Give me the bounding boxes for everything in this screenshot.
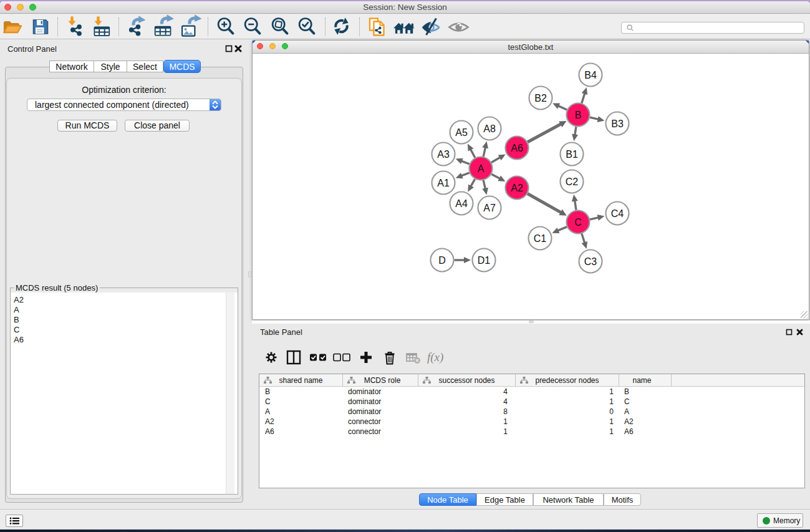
svg-text:B2: B2 <box>534 93 547 104</box>
svg-text:A8: A8 <box>483 123 496 134</box>
svg-text:A7: A7 <box>483 203 496 213</box>
svg-text:D: D <box>438 255 446 266</box>
svg-text:D1: D1 <box>478 255 491 266</box>
svg-text:A5: A5 <box>455 127 468 138</box>
svg-text:A: A <box>478 163 485 174</box>
svg-text:B: B <box>575 110 582 120</box>
svg-text:C3: C3 <box>584 256 597 267</box>
svg-text:A6: A6 <box>511 143 523 153</box>
svg-text:A3: A3 <box>437 149 450 160</box>
svg-text:C2: C2 <box>566 177 579 187</box>
svg-text:A2: A2 <box>511 183 523 193</box>
svg-text:C: C <box>574 217 582 228</box>
svg-text:A4: A4 <box>455 198 468 209</box>
svg-text:B1: B1 <box>566 149 578 160</box>
svg-text:C1: C1 <box>534 233 547 244</box>
svg-text:B3: B3 <box>611 118 624 129</box>
svg-text:A1: A1 <box>437 178 450 188</box>
svg-text:f(x): f(x) <box>427 351 443 364</box>
svg-text:B4: B4 <box>584 70 597 80</box>
svg-text:C4: C4 <box>611 208 624 219</box>
